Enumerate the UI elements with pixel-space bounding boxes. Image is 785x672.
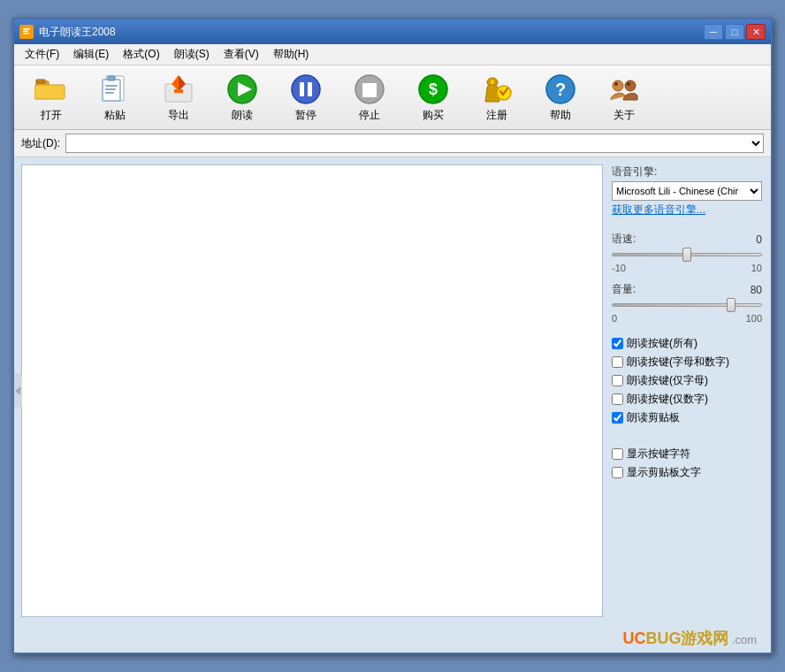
stop-button[interactable]: 停止: [339, 69, 400, 126]
play-icon: [225, 73, 260, 106]
checkbox-input-show_key_char[interactable]: [612, 448, 623, 460]
stop-label: 停止: [359, 108, 380, 123]
checkbox-show_key_char[interactable]: 显示按键字符: [612, 447, 762, 462]
export-button[interactable]: 导出: [149, 69, 209, 126]
menubar: 文件(F)编辑(E)格式(O)朗读(S)查看(V)帮助(H): [14, 44, 771, 65]
menu-item-read[interactable]: 朗读(S): [167, 45, 217, 64]
about-icon: [606, 73, 642, 106]
speed-min: -10: [612, 263, 626, 273]
svg-rect-12: [105, 92, 114, 94]
svg-rect-20: [300, 82, 304, 96]
engine-select[interactable]: Microsoft Lili - Chinese (Chir: [612, 181, 762, 201]
open-icon: [34, 73, 69, 106]
svg-rect-9: [108, 76, 115, 80]
address-input[interactable]: [65, 134, 764, 153]
speed-slider[interactable]: [612, 247, 762, 263]
checkbox-input-read_alpha_only[interactable]: [612, 375, 623, 386]
text-area[interactable]: [21, 164, 603, 617]
checkbox-input-show_clipboard_text[interactable]: [612, 467, 623, 478]
read-button[interactable]: 朗读: [212, 69, 272, 126]
toolbar: 打开 粘贴: [14, 65, 771, 130]
checkbox-group-1: 朗读按键(所有)朗读按键(字母和数字)朗读按键(仅字母)朗读按键(仅数字)朗读剪…: [612, 336, 762, 425]
checkbox-read_alpha_only[interactable]: 朗读按键(仅字母): [612, 373, 762, 388]
footer: UCBUG游戏网 .com: [14, 624, 771, 653]
help-button[interactable]: ? 帮助: [530, 69, 591, 126]
svg-marker-35: [15, 386, 20, 395]
export-icon: [161, 73, 196, 106]
svg-rect-21: [308, 82, 312, 96]
stop-icon: [352, 73, 387, 106]
checkbox-read_num_only[interactable]: 朗读按键(仅数字): [612, 392, 762, 407]
maximize-button[interactable]: □: [725, 24, 744, 40]
volume-thumb[interactable]: [727, 298, 735, 312]
checkbox-read_alpha_num[interactable]: 朗读按键(字母和数字): [612, 355, 762, 370]
volume-section: 音量: 80 0 100: [612, 282, 762, 324]
get-more-link[interactable]: 获取更多语音引擎...: [612, 202, 762, 218]
menu-item-file[interactable]: 文件(F): [18, 45, 66, 64]
svg-rect-10: [105, 85, 118, 87]
engine-label: 语音引擎:: [612, 164, 762, 179]
minimize-button[interactable]: ─: [704, 24, 723, 40]
menu-item-format[interactable]: 格式(O): [116, 45, 166, 64]
buy-button[interactable]: $ 购买: [403, 69, 463, 126]
engine-section: 语音引擎: Microsoft Lili - Chinese (Chir 获取更…: [612, 164, 762, 223]
svg-point-34: [627, 82, 630, 86]
addressbar: 地址(D):: [14, 130, 771, 157]
left-scroll-indicator[interactable]: [14, 373, 22, 409]
checkbox-show_clipboard_text[interactable]: 显示剪贴板文字: [612, 465, 762, 480]
open-button[interactable]: 打开: [21, 69, 81, 126]
close-button[interactable]: ✕: [746, 24, 766, 40]
help-icon: ?: [543, 73, 578, 106]
pause-button[interactable]: 暂停: [276, 69, 336, 126]
svg-rect-16: [174, 89, 183, 93]
checkbox-input-read_all_keys[interactable]: [612, 338, 623, 349]
side-panel: 语音引擎: Microsoft Lili - Chinese (Chir 获取更…: [603, 157, 771, 624]
address-label: 地址(D):: [21, 136, 60, 151]
volume-slider[interactable]: [612, 297, 762, 313]
speed-thumb[interactable]: [682, 248, 691, 262]
checkbox-input-read_alpha_num[interactable]: [612, 356, 623, 368]
menu-item-edit[interactable]: 编辑(E): [66, 45, 116, 64]
register-button[interactable]: 注册: [467, 69, 527, 126]
speed-section: 语速: 0 -10 10: [612, 232, 762, 273]
checkbox-input-read_clipboard[interactable]: [612, 412, 623, 424]
about-label: 关于: [614, 108, 635, 123]
checkbox-read_clipboard[interactable]: 朗读剪贴板: [612, 410, 762, 425]
checkbox-label-read_alpha_only: 朗读按键(仅字母): [627, 373, 708, 388]
svg-rect-2: [23, 31, 28, 33]
speed-range: -10 10: [612, 263, 762, 273]
volume-range: 0 100: [612, 313, 762, 324]
titlebar-title: 电子朗读王2008: [39, 25, 116, 40]
main-window: 电子朗读王2008 ─ □ ✕ 文件(F)编辑(E)格式(O)朗读(S)查看(V…: [12, 18, 773, 654]
buy-label: 购买: [423, 108, 444, 123]
export-label: 导出: [168, 108, 189, 123]
svg-point-31: [613, 80, 623, 91]
checkbox-label-read_all_keys: 朗读按键(所有): [627, 336, 697, 351]
volume-track: [612, 303, 762, 307]
checkbox-group-2: 显示按键字符显示剪贴板文字: [612, 447, 762, 480]
volume-max: 100: [746, 313, 762, 324]
menu-item-help[interactable]: 帮助(H): [266, 45, 316, 64]
titlebar: 电子朗读王2008 ─ □ ✕: [14, 19, 771, 44]
checkbox-input-read_num_only[interactable]: [612, 393, 623, 405]
svg-text:$: $: [429, 80, 438, 98]
paste-label: 粘贴: [104, 108, 126, 123]
main-content: 语音引擎: Microsoft Lili - Chinese (Chir 获取更…: [14, 157, 771, 624]
volume-min: 0: [612, 313, 617, 324]
svg-text:?: ?: [555, 80, 566, 99]
checkbox-label-show_clipboard_text: 显示剪贴板文字: [627, 465, 701, 480]
checkbox-label-show_key_char: 显示按键字符: [627, 447, 690, 462]
watermark-uc: UC: [622, 630, 645, 647]
watermark: UCBUG游戏网 .com: [622, 628, 757, 649]
about-button[interactable]: 关于: [594, 69, 654, 126]
titlebar-controls: ─ □ ✕: [704, 24, 766, 40]
checkbox-label-read_clipboard: 朗读剪贴板: [627, 410, 680, 425]
checkbox-read_all_keys[interactable]: 朗读按键(所有): [612, 336, 762, 351]
svg-rect-6: [36, 80, 45, 83]
menu-item-view[interactable]: 查看(V): [217, 45, 266, 64]
divider: [612, 431, 762, 438]
app-icon: [19, 25, 34, 39]
register-label: 注册: [486, 108, 507, 123]
paste-button[interactable]: 粘贴: [85, 69, 145, 126]
pause-label: 暂停: [295, 108, 316, 123]
